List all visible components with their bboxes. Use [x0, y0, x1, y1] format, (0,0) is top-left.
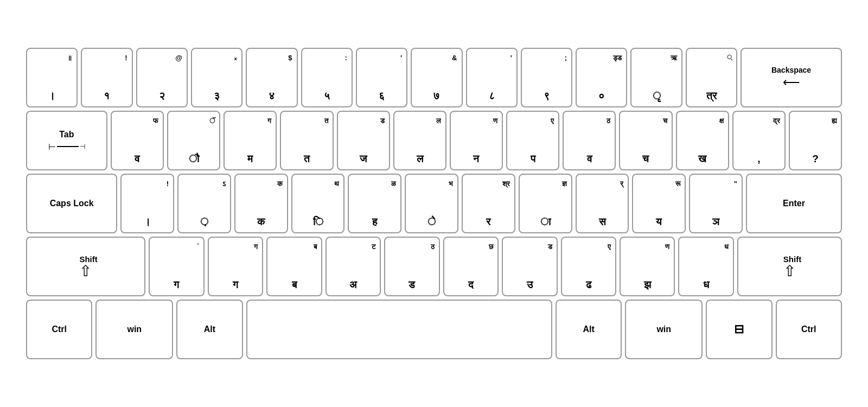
- key-lbracket[interactable]: क्षख: [676, 111, 729, 170]
- key-w[interactable]: ॅौ: [167, 111, 220, 170]
- key-y[interactable]: लल: [393, 111, 446, 170]
- key-u[interactable]: णन: [450, 111, 503, 170]
- key-q[interactable]: फव: [111, 111, 164, 170]
- key-0[interactable]: ड्ड०: [576, 48, 627, 107]
- key-z[interactable]: ʼग: [149, 237, 204, 296]
- enter-label: Enter: [783, 198, 805, 209]
- key-k[interactable]: ज्ञा: [519, 174, 572, 233]
- key-f[interactable]: थि: [291, 174, 345, 233]
- key-win-right[interactable]: win: [625, 300, 703, 359]
- row-number: ॥। !१ @२ ₓ३ $४ :५ '६ &७ '८ ;९ ड्ड०: [26, 48, 842, 107]
- win-left-label: win: [127, 324, 142, 335]
- key-o[interactable]: ठव: [563, 111, 616, 170]
- key-backspace[interactable]: Backspace ⟵: [741, 48, 842, 107]
- capslock-label: Caps Lock: [50, 198, 94, 209]
- menu-icon: ⊟: [734, 322, 744, 338]
- key-i[interactable]: एप: [506, 111, 559, 170]
- key-ctrl-right[interactable]: Ctrl: [776, 300, 842, 359]
- key-v[interactable]: टअ: [326, 237, 381, 296]
- key-minus[interactable]: ऋृ: [630, 48, 682, 107]
- row-shift: Shift ⇧ ʼग गग बब टअ ठड छद डउ एढ णझ: [26, 237, 842, 296]
- key-h[interactable]: भे: [405, 174, 458, 233]
- key-shift-left[interactable]: Shift ⇧: [26, 237, 145, 296]
- key-capslock[interactable]: Caps Lock: [26, 174, 117, 233]
- key-rbracket[interactable]: द्र,: [732, 111, 786, 170]
- key-backslash[interactable]: ह्य?: [789, 111, 842, 170]
- key-2[interactable]: @२: [136, 48, 188, 107]
- win-right-label: win: [656, 324, 671, 335]
- shift-right-arrow-icon: ⇧: [783, 264, 796, 279]
- key-r[interactable]: तत: [280, 111, 333, 170]
- shift-left-arrow-icon: ⇧: [79, 264, 92, 279]
- key-n[interactable]: छद: [443, 237, 499, 296]
- key-5[interactable]: :५: [301, 48, 353, 107]
- key-tab[interactable]: Tab ⊢ ⊣: [26, 111, 107, 170]
- ctrl-right-label: Ctrl: [801, 324, 816, 335]
- key-backtick[interactable]: ॥।: [26, 48, 78, 107]
- ctrl-left-label: Ctrl: [52, 324, 67, 335]
- key-enter[interactable]: Enter: [746, 174, 842, 233]
- key-j[interactable]: श्रर: [462, 174, 515, 233]
- key-win-left[interactable]: win: [95, 300, 173, 359]
- key-1[interactable]: !१: [81, 48, 132, 107]
- key-quote[interactable]: "ञ: [689, 174, 743, 233]
- key-period[interactable]: णझ: [620, 237, 675, 296]
- key-c[interactable]: बब: [266, 237, 322, 296]
- key-8[interactable]: '८: [466, 48, 518, 107]
- key-m[interactable]: डउ: [502, 237, 557, 296]
- key-a[interactable]: !।: [120, 174, 174, 233]
- row-caps: Caps Lock !। ऽ़ कक थि ळह भे श्रर ज्ञा र्…: [26, 174, 842, 233]
- key-x[interactable]: गग: [208, 237, 263, 296]
- key-ctrl-left[interactable]: Ctrl: [26, 300, 92, 359]
- key-shift-right[interactable]: Shift ⇧: [737, 237, 842, 296]
- alt-right-label: Alt: [583, 324, 595, 335]
- key-3[interactable]: ₓ३: [191, 48, 242, 107]
- key-b[interactable]: ठड: [384, 237, 439, 296]
- key-semicolon[interactable]: रूय: [632, 174, 686, 233]
- key-t[interactable]: डज: [337, 111, 390, 170]
- key-p[interactable]: चच: [619, 111, 672, 170]
- key-9[interactable]: ;९: [521, 48, 572, 107]
- keyboard: ॥। !१ @२ ₓ३ $४ :५ '६ &७ '८ ;९ ड्ड०: [16, 38, 852, 369]
- key-6[interactable]: '६: [356, 48, 407, 107]
- key-menu[interactable]: ⊟: [706, 300, 772, 359]
- row-bottom: Ctrl win Alt Alt win ⊟ Ctrl: [26, 300, 842, 359]
- row-tab: Tab ⊢ ⊣ फव ॅौ गम तत डज लल णन: [26, 111, 842, 170]
- key-g[interactable]: ळह: [348, 174, 401, 233]
- key-l[interactable]: र्स: [576, 174, 629, 233]
- key-alt-left[interactable]: Alt: [176, 300, 242, 359]
- key-slash[interactable]: धध: [678, 237, 733, 296]
- backspace-arrow-icon: ⟵: [783, 75, 800, 90]
- key-d[interactable]: कक: [234, 174, 288, 233]
- key-equals[interactable]: ्त्र: [686, 48, 737, 107]
- key-s[interactable]: ऽ़: [177, 174, 231, 233]
- alt-left-label: Alt: [204, 324, 215, 335]
- key-alt-right[interactable]: Alt: [556, 300, 622, 359]
- key-4[interactable]: $४: [246, 48, 297, 107]
- key-space[interactable]: [246, 300, 552, 359]
- key-comma[interactable]: एढ: [561, 237, 616, 296]
- backspace-label: Backspace: [771, 66, 811, 74]
- key-e[interactable]: गम: [224, 111, 277, 170]
- key-7[interactable]: &७: [411, 48, 462, 107]
